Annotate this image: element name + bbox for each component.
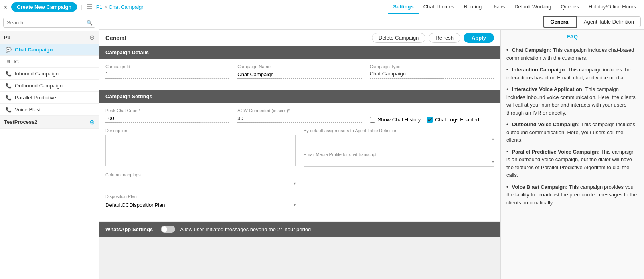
refresh-button[interactable]: Refresh	[429, 33, 460, 43]
sidebar-item-ic-label: IC	[14, 59, 19, 65]
sidebar-item-chat-campaign[interactable]: 💬 Chat Campaign	[0, 44, 99, 56]
email-media-profile-select[interactable]	[304, 159, 492, 165]
tab-queues[interactable]: Queues	[556, 0, 584, 14]
tab-agent-table-definition[interactable]: Agent Table Definition	[577, 16, 641, 27]
general-section-title: General	[105, 35, 126, 41]
sidebar-item-inbound-campaign[interactable]: 📞 Inbound Campaign	[0, 68, 99, 80]
sidebar-group-p1[interactable]: P1 ⊖	[0, 31, 99, 44]
sidebar-item-voice-blast[interactable]: 📞 Voice Blast	[0, 104, 99, 116]
hamburger-icon[interactable]: ☰	[87, 3, 92, 11]
disposition-plan-dropdown[interactable]: DefaultCCDispositionPlan ▾	[105, 200, 296, 210]
sidebar-group-testprocess2[interactable]: TestProcess2 ⊕	[0, 116, 99, 129]
whatsapp-toggle[interactable]	[161, 226, 175, 233]
sidebar: 🔍 P1 ⊖ 💬 Chat Campaign 🖥 IC 📞 Inbound Ca…	[0, 14, 99, 279]
tab-users[interactable]: Users	[486, 0, 510, 14]
peak-chat-count-group: Peak Chat Count*	[105, 108, 229, 123]
breadcrumb-p1[interactable]: P1	[96, 4, 103, 10]
by-default-group: By default assign users to Agent Table D…	[304, 128, 494, 167]
collapse-p1-icon[interactable]: ⊖	[89, 34, 95, 41]
faq-panel: FAQ Chat Campaign: This campaign include…	[500, 30, 644, 279]
by-default-dropdown[interactable]: ▾	[304, 135, 494, 144]
settings-row-2: Description By default assign users to A…	[105, 128, 494, 167]
phone-pp-icon: 📞	[6, 95, 12, 101]
tab-general[interactable]: General	[543, 16, 577, 28]
search-icon: 🔍	[87, 20, 93, 26]
campaign-type-label: Campaign Type	[370, 64, 494, 69]
column-mappings-chevron-icon: ▾	[294, 181, 296, 186]
search-bar: 🔍	[0, 14, 99, 31]
column-mappings-label: Column mappings	[105, 172, 296, 177]
tab-routing[interactable]: Routing	[459, 0, 486, 14]
tab-settings[interactable]: Settings	[388, 0, 418, 14]
checkbox-row: Show Chat History Chat Logs Enabled	[370, 113, 494, 123]
tab-chat-themes[interactable]: Chat Themes	[419, 0, 459, 14]
campaign-settings-section: Campaign Settings Peak Chat Count* ACW C…	[99, 90, 500, 222]
breadcrumb: P1 > Chat Campaign	[96, 4, 389, 10]
sidebar-group-p1-label: P1	[4, 34, 10, 40]
expand-testprocess2-icon[interactable]: ⊕	[89, 118, 95, 126]
tab-holiday-office-hours[interactable]: Holiday/Office Hours	[584, 0, 641, 14]
sidebar-group-testprocess2-label: TestProcess2	[4, 119, 38, 125]
campaign-id-group: Campaign Id 1	[105, 64, 229, 79]
faq-item-3: Outbound Voice Campaign: This campaign i…	[506, 121, 638, 144]
campaign-type-group: Campaign Type Chat Campaign	[370, 64, 494, 79]
email-media-profile-dropdown[interactable]: ▾	[304, 157, 494, 167]
faq-item-0: Chat Campaign: This campaign includes ch…	[506, 46, 638, 62]
show-chat-history-label: Show Chat History	[378, 117, 421, 123]
sidebar-item-inbound-label: Inbound Campaign	[15, 71, 59, 77]
breadcrumb-current[interactable]: Chat Campaign	[109, 4, 144, 10]
campaign-name-input[interactable]	[237, 71, 362, 79]
faq-title: FAQ	[506, 34, 638, 42]
campaign-details-section: Campaign Details Campaign Id 1 Campaign …	[99, 46, 500, 90]
delete-campaign-button[interactable]: Delete Campaign	[372, 33, 425, 43]
checkbox-group: Show Chat History Chat Logs Enabled	[370, 108, 494, 123]
campaign-details-body: Campaign Id 1 Campaign Name Campaign Typ…	[99, 59, 500, 90]
disposition-plan-group: Disposition Plan DefaultCCDispositionPla…	[105, 194, 296, 210]
sidebar-item-ic[interactable]: 🖥 IC	[0, 56, 99, 68]
chat-icon: 💬	[6, 47, 12, 53]
faq-item-4-bold: Parallel Predictive Voice Campaign:	[512, 149, 600, 155]
sidebar-item-pp-label: Parallel Predictive	[15, 95, 56, 101]
content-body: General Delete Campaign Refresh Apply Ca…	[99, 30, 644, 279]
apply-button[interactable]: Apply	[464, 33, 494, 43]
settings-row-4: Disposition Plan DefaultCCDispositionPla…	[105, 194, 494, 210]
description-group: Description	[105, 128, 296, 167]
settings-row-1: Peak Chat Count* ACW Connected (in secs)…	[105, 108, 494, 123]
show-chat-history-item: Show Chat History	[370, 117, 421, 123]
acw-connected-label: ACW Connected (in secs)*	[237, 108, 362, 113]
faq-item-1: Interaction Campaign: This campaign incl…	[506, 66, 638, 81]
column-mappings-dropdown[interactable]: ▾	[105, 179, 296, 188]
sidebar-item-outbound-campaign[interactable]: 📞 Outbound Campaign	[0, 80, 99, 92]
monitor-icon: 🖥	[6, 59, 10, 65]
create-new-campaign-button[interactable]: Create New Campaign	[11, 2, 77, 12]
sidebar-item-outbound-label: Outbound Campaign	[15, 83, 63, 89]
whatsapp-toggle-label: Allow user-initiated messages beyond the…	[180, 226, 311, 232]
peak-chat-count-input[interactable]	[105, 115, 229, 123]
breadcrumb-separator: >	[104, 4, 107, 10]
by-default-select[interactable]	[304, 136, 492, 142]
search-input[interactable]	[3, 18, 95, 28]
faq-item-5-bold: Voice Blast Campaign:	[512, 184, 568, 190]
disposition-plan-label: Disposition Plan	[105, 194, 296, 199]
chat-logs-enabled-checkbox[interactable]	[427, 117, 433, 123]
acw-connected-input[interactable]	[237, 115, 362, 123]
sidebar-item-vb-label: Voice Blast	[15, 107, 40, 113]
sidebar-item-chat-campaign-label: Chat Campaign	[15, 47, 53, 53]
show-chat-history-checkbox[interactable]	[370, 117, 375, 123]
by-default-chevron-icon: ▾	[492, 137, 494, 141]
settings-row-3: Column mappings ▾	[105, 172, 494, 188]
campaign-name-group: Campaign Name	[237, 64, 362, 79]
column-mappings-select[interactable]	[105, 180, 294, 186]
campaign-type-value: Chat Campaign	[370, 71, 494, 79]
disposition-plan-select[interactable]: DefaultCCDispositionPlan	[105, 202, 294, 208]
close-icon[interactable]: ✕	[3, 4, 8, 10]
disposition-plan-chevron-icon: ▾	[294, 203, 296, 207]
campaign-id-label: Campaign Id	[105, 64, 229, 69]
sidebar-item-parallel-predictive[interactable]: 📞 Parallel Predictive	[0, 92, 99, 104]
tab-default-working[interactable]: Default Working	[510, 0, 556, 14]
description-textarea[interactable]	[105, 135, 296, 166]
description-label: Description	[105, 128, 296, 133]
by-default-label: By default assign users to Agent Table D…	[304, 128, 494, 133]
phone-inbound-icon: 📞	[6, 71, 12, 77]
main-panel: General Delete Campaign Refresh Apply Ca…	[99, 30, 500, 279]
